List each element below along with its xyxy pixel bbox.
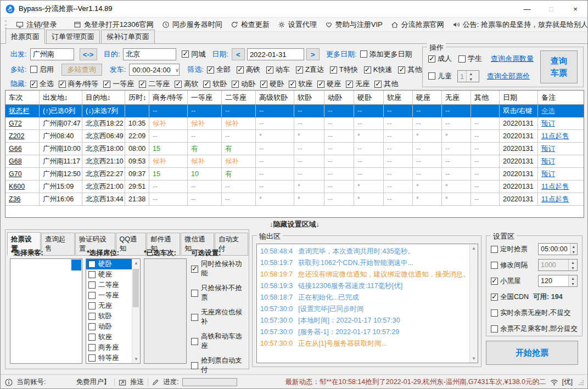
note-link[interactable]: 11点起售	[538, 193, 584, 205]
tab-1[interactable]: 抢票页面	[5, 29, 45, 44]
swap-stations-button[interactable]: <->	[80, 48, 97, 60]
option-checkbox-同时抢候补功能[interactable]: 同时抢候补功能	[191, 260, 248, 278]
seat-scrollbar-thumb[interactable]	[133, 269, 139, 307]
scroll-up-icon[interactable]: ▲	[134, 261, 138, 266]
column-header-7[interactable]: 二等座	[222, 91, 256, 104]
filter-checkbox-全部[interactable]: 全部	[207, 65, 231, 75]
setting-spinner-定时抢票[interactable]: 05:00:00▲▼	[538, 243, 578, 255]
note-link[interactable]: 预订	[538, 143, 584, 155]
column-header-8[interactable]: 高级软卧	[256, 91, 294, 104]
seat-item-商务座[interactable]: 商务座	[86, 342, 132, 353]
checkbox-box[interactable]	[88, 271, 96, 278]
train-number[interactable]: G68	[5, 155, 40, 167]
hide-checkbox-无座[interactable]: 无座	[346, 79, 369, 89]
hide-checkbox-高软[interactable]: 高软	[175, 79, 198, 89]
train-number[interactable]: Z36	[5, 193, 40, 205]
checkbox-box[interactable]	[191, 314, 198, 321]
checkbox-box[interactable]	[59, 81, 66, 88]
passenger-listbox[interactable]	[10, 258, 82, 364]
column-header-5[interactable]: 商务/特等	[149, 91, 188, 104]
menu-item-4[interactable]: 检查更新	[231, 20, 270, 30]
child-checkbox[interactable]: 儿童	[428, 71, 452, 81]
next-date-button[interactable]: >	[306, 48, 320, 60]
checkbox-box[interactable]	[360, 50, 367, 58]
filter-checkbox-高铁[interactable]: 高铁	[237, 65, 260, 75]
seat-item-特等座[interactable]: 特等座	[86, 353, 132, 363]
checkbox-box[interactable]	[203, 81, 210, 88]
checkbox-box[interactable]	[491, 325, 498, 332]
spinner-up-icon[interactable]: ▲	[467, 71, 475, 76]
checkbox-box[interactable]	[30, 81, 37, 88]
grab-tab-2[interactable]: 查询起售	[41, 233, 75, 256]
close-button[interactable]: ×	[563, 1, 587, 17]
maximize-button[interactable]: □	[539, 1, 563, 17]
column-header-1[interactable]: 车次	[5, 91, 40, 104]
table-row[interactable]: 状态栏(↑)已选0列(↓)未选7列--------------------双击/…	[5, 105, 584, 117]
table-row[interactable]: Z36广州16:06北京西13:4421:38------**--*--**--…	[5, 193, 584, 206]
train-number[interactable]: K600	[5, 181, 40, 193]
note-link[interactable]: 11点起售	[538, 130, 584, 142]
table-row[interactable]: K600广州15:09北京西21:0029:51--------*--*--**…	[5, 181, 584, 193]
column-header-10[interactable]: 动卧	[324, 91, 354, 104]
note-link[interactable]: 11点起售	[538, 181, 584, 193]
train-number[interactable]: Z202	[5, 130, 40, 142]
checkbox-box[interactable]	[346, 81, 353, 88]
hide-checkbox-一等座[interactable]: 一等座	[103, 79, 134, 89]
spinner-down-icon[interactable]: ▼	[569, 281, 577, 286]
output-log[interactable]: 10:58:48:4查询完毕，本次查询共用时:435毫秒。10:58:19:7获…	[256, 244, 478, 363]
child-count-spinner[interactable]: 1 ▲▼	[457, 70, 479, 82]
note-link[interactable]: 预订	[538, 155, 584, 167]
toolbar-grip[interactable]	[5, 20, 7, 29]
hide-checkbox-硬座[interactable]: 硬座	[317, 79, 341, 89]
output-scrollbar[interactable]: ▲▼	[469, 244, 478, 363]
checkbox-box[interactable]	[88, 323, 96, 330]
checkbox-box[interactable]	[296, 66, 303, 74]
setting-checkbox-定时抢票[interactable]: 定时抢票	[491, 245, 528, 254]
checkbox-box[interactable]	[428, 55, 435, 63]
tab-2[interactable]: 订单管理页面	[46, 30, 100, 44]
spinner-down-icon[interactable]: ▼	[570, 249, 577, 255]
table-row[interactable]: G70广州南12:50北京西22:2709:371510有-----------…	[5, 168, 584, 181]
column-header-9[interactable]: 软卧	[294, 91, 324, 104]
checkbox-box[interactable]	[88, 313, 96, 320]
checkbox-box[interactable]	[207, 66, 214, 74]
filter-checkbox-其他[interactable]: 其他	[398, 65, 422, 75]
destination-input[interactable]	[123, 48, 176, 60]
resize-grip-icon[interactable]	[579, 380, 584, 385]
column-header-16[interactable]: 日期	[500, 91, 538, 104]
option-checkbox-只抢候补不抢票[interactable]: 只抢候补不抢票	[191, 284, 248, 302]
menu-item-3[interactable]: 同步服务器时间	[162, 20, 222, 30]
checkbox-box[interactable]	[374, 81, 382, 88]
checkbox-box[interactable]	[175, 81, 182, 88]
checkbox-box[interactable]	[364, 66, 371, 74]
setting-spinner-修改间隔[interactable]: 1000▲▼	[538, 259, 578, 271]
train-number[interactable]: G70	[5, 168, 40, 180]
seat-item-无座[interactable]: 无座	[86, 301, 132, 311]
checkbox-box[interactable]	[88, 334, 96, 341]
menu-item-2[interactable]: 免登录打开12306官网	[74, 20, 154, 30]
table-row[interactable]: G66广州南10:00北京西18:0008:0015有有------------…	[5, 143, 584, 155]
query-remaining-link[interactable]: 查询余票数量	[491, 54, 534, 64]
hide-checkbox-软座[interactable]: 软座	[289, 79, 312, 89]
setting-checkbox-小黑屋[interactable]: 小黑屋	[491, 277, 521, 286]
checkbox-box[interactable]	[191, 266, 198, 273]
checkbox-box[interactable]	[191, 362, 198, 369]
checkbox-box[interactable]	[182, 50, 189, 58]
checkbox-box[interactable]	[139, 81, 146, 88]
checkbox-box[interactable]	[232, 81, 239, 88]
hide-checkbox-二等座[interactable]: 二等座	[139, 79, 170, 89]
checkbox-box[interactable]	[237, 66, 244, 74]
checkbox-box[interactable]	[491, 278, 498, 285]
column-header-12[interactable]: 软座	[384, 91, 413, 104]
checkbox-box[interactable]	[88, 292, 96, 299]
tab-3[interactable]: 候补订单页面	[101, 30, 155, 44]
spinner-up-icon[interactable]: ▲	[569, 260, 577, 265]
checkbox-box[interactable]	[88, 281, 96, 289]
hide-checkbox-商务/特等[interactable]: 商务/特等	[59, 79, 99, 89]
setting-checkbox-修改间隔[interactable]: 修改间隔	[491, 261, 528, 270]
multi-station-enable-checkbox[interactable]: 启用	[30, 65, 54, 75]
checkbox-box[interactable]	[491, 309, 498, 317]
seat-item-软座[interactable]: 软座	[86, 332, 132, 342]
filter-checkbox-K快速[interactable]: K快速	[364, 65, 393, 75]
option-checkbox-无座席位也候补[interactable]: 无座席位也候补	[191, 308, 248, 326]
